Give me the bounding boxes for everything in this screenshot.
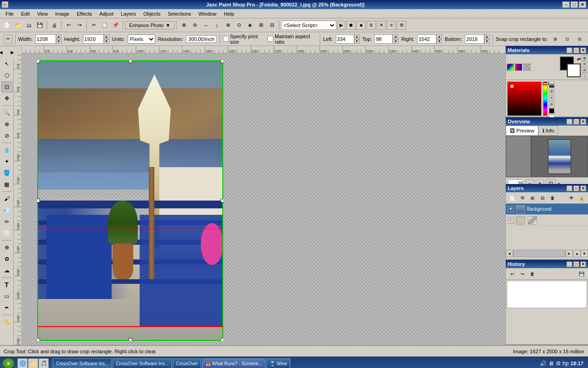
taskbar-item-crossover-2[interactable]: CrossOver Software Ins... <box>113 358 171 368</box>
black-swatch[interactable] <box>549 108 554 114</box>
background-color[interactable] <box>567 63 581 77</box>
swap-colors-button[interactable]: ⇄ <box>577 57 581 62</box>
bottom-input[interactable] <box>465 34 484 44</box>
menu-view[interactable]: View <box>34 10 52 17</box>
enhance-photo-button[interactable]: Enhance Photo ▼ <box>125 21 175 29</box>
snap-btn-1[interactable]: ⊞ <box>551 34 560 44</box>
left-input[interactable] <box>336 34 354 44</box>
layer-new-button[interactable]: 📄 <box>508 193 517 202</box>
tool-retouch[interactable]: ✿ <box>1 253 12 264</box>
tool-crop[interactable]: ⊡ <box>1 81 12 92</box>
layer-eye-icon[interactable]: 👁 <box>508 206 514 213</box>
start-button[interactable]: ⊞ <box>2 358 15 368</box>
tool-eraser[interactable]: ⬜ <box>1 228 12 239</box>
bottom-down-arrow[interactable]: ▼ <box>484 39 490 44</box>
taskbar-item-crossover-1[interactable]: CrossOver Software Ins... <box>53 358 112 368</box>
right-up-arrow[interactable]: ▲ <box>436 34 442 39</box>
top-input[interactable] <box>374 34 393 44</box>
layers-minimize-button[interactable]: _ <box>566 185 572 191</box>
layer-row-overlay[interactable]: 👁 <box>506 215 588 226</box>
top-down-arrow[interactable]: ▼ <box>393 39 398 44</box>
tool-deform[interactable]: ⊕ <box>1 119 12 130</box>
history-redo-button[interactable]: ↪ <box>518 269 527 278</box>
materials-gradient-tab[interactable] <box>515 63 522 71</box>
close-button[interactable]: ✕ <box>579 1 586 8</box>
script-pause-button[interactable]: ⏸ <box>367 21 376 30</box>
history-close-button[interactable]: ✕ <box>580 261 586 267</box>
history-save-button[interactable]: 💾 <box>577 269 586 278</box>
top-up-arrow[interactable]: ▲ <box>393 34 398 39</box>
materials-pattern-tab[interactable] <box>523 63 531 71</box>
menu-adjust[interactable]: Adjust <box>96 10 117 17</box>
browse-button[interactable]: 🗂 <box>24 20 34 30</box>
tool-btn-7[interactable]: ◈ <box>245 20 255 30</box>
paste-button[interactable]: 📌 <box>111 20 121 30</box>
quick-launch-ie[interactable]: 🌐 <box>17 358 28 368</box>
history-undo-button[interactable]: ↩ <box>508 269 517 278</box>
height-down-arrow[interactable]: ▼ <box>104 39 109 44</box>
tray-icon-hp[interactable]: hp <box>563 360 569 367</box>
bottom-up-arrow[interactable]: ▲ <box>484 34 490 39</box>
width-down-arrow[interactable]: ▼ <box>56 39 62 44</box>
copy-button[interactable]: 📋 <box>100 20 110 30</box>
materials-close-button[interactable]: ✕ <box>580 47 586 53</box>
materials-minimize-button[interactable]: _ <box>566 47 572 53</box>
script-select[interactable]: <Select Script> <box>281 21 336 30</box>
tool-back-button[interactable]: ◄ <box>0 47 6 58</box>
tool-dropper[interactable]: 💧 <box>1 144 12 155</box>
new-button[interactable]: 📄 <box>2 20 12 30</box>
script-btn-4[interactable]: ✕ <box>377 21 386 30</box>
taskbar-item-crossover-3[interactable]: CrossOver <box>173 358 201 368</box>
maximize-button[interactable]: □ <box>571 1 578 8</box>
taskbar-item-wine[interactable]: 🍷 Wine <box>266 358 290 368</box>
tool-magic-wand[interactable]: ✦ <box>1 156 12 167</box>
canvas-area[interactable] <box>14 46 505 345</box>
undo-button[interactable]: ↩ <box>63 20 74 30</box>
tool-btn-1[interactable]: ⊕ <box>179 20 189 30</box>
layer-lock-button[interactable]: 🔒 <box>577 193 586 202</box>
layer-row-background[interactable]: 👁 Background <box>506 204 588 215</box>
tool-btn-8[interactable]: ⊞ <box>256 20 266 30</box>
save-button[interactable]: 💾 <box>35 20 45 30</box>
hue-slider[interactable] <box>543 81 548 116</box>
tool-btn-5[interactable]: ⊗ <box>223 20 233 30</box>
tool-freehand-select[interactable]: ⬡ <box>1 70 12 81</box>
tray-icon-2[interactable]: 🖥 <box>548 360 554 367</box>
color-tool-4[interactable]: ↕ <box>582 73 587 79</box>
layer-visibility-button[interactable]: 👁 <box>567 193 576 202</box>
tab-preview[interactable]: 🖼 Preview <box>506 126 538 136</box>
menu-selections[interactable]: Selections <box>164 10 195 17</box>
color-spectrum-box[interactable] <box>507 81 542 116</box>
tool-pencil[interactable]: ✏ <box>1 216 12 227</box>
units-select[interactable]: Pixels <box>128 34 155 44</box>
tool-btn-4[interactable]: ↕ <box>212 20 222 30</box>
snap-btn-2[interactable]: ⊡ <box>563 34 572 44</box>
layers-scroll-up[interactable]: ▲ <box>573 250 581 257</box>
menu-file[interactable]: File <box>2 10 17 17</box>
tool-paintbrush[interactable]: 🖌 <box>1 193 12 204</box>
menu-window[interactable]: Window <box>195 10 220 17</box>
opacity-btn-2[interactable]: ✕ <box>549 95 554 101</box>
minimize-button[interactable]: ─ <box>562 1 570 8</box>
opacity-btn-1[interactable]: ⊕ <box>549 89 554 94</box>
script-stop-button[interactable]: ■ <box>356 21 366 30</box>
tool-gradient[interactable]: ▦ <box>1 179 12 190</box>
history-minimize-button[interactable]: _ <box>566 261 572 267</box>
left-up-arrow[interactable]: ▲ <box>354 34 360 39</box>
menu-effects[interactable]: Effects <box>73 10 96 17</box>
menu-help[interactable]: Help <box>220 10 238 17</box>
layer-group-button[interactable]: ⊞ <box>528 193 537 202</box>
width-up-arrow[interactable]: ▲ <box>56 34 62 39</box>
tool-btn-2[interactable]: ⊖ <box>190 20 200 30</box>
materials-color-tab[interactable] <box>507 63 514 71</box>
color-tool-2[interactable]: ✕ <box>582 61 587 67</box>
tool-measure[interactable]: 📏 <box>1 316 12 328</box>
layers-scroll-track-h[interactable] <box>513 250 565 257</box>
height-input[interactable]: 1920 <box>83 34 104 44</box>
layer-eye-icon-2[interactable]: 👁 <box>508 217 514 224</box>
quick-launch-media[interactable]: 🎵 <box>39 358 49 368</box>
redo-button[interactable]: ↪ <box>74 20 85 30</box>
script-play-button[interactable]: ▶ <box>337 21 345 30</box>
menu-image[interactable]: Image <box>51 10 73 17</box>
layers-maximize-button[interactable]: □ <box>573 185 579 191</box>
